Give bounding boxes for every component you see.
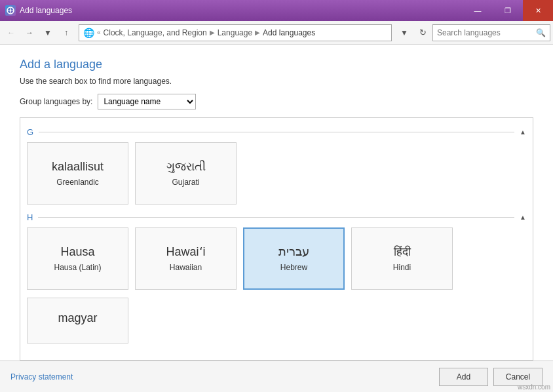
section-line-h <box>38 217 514 218</box>
titlebar: Add languages — ❐ ✕ <box>0 0 553 21</box>
lang-card-hungarian[interactable]: magyar <box>27 298 128 343</box>
dropdown-arrow-button[interactable]: ▼ <box>396 24 413 41</box>
breadcrumb-sep1: « <box>97 29 101 36</box>
breadcrumb-icon: 🌐 <box>83 28 94 38</box>
lang-native-hindi: हिंदी <box>394 245 411 260</box>
section-letter-g: G <box>27 127 33 137</box>
page-title: Add a language <box>20 58 533 71</box>
lang-list-inner: G ▲ kalaallisut Greenlandic ગુજરાતી Guja… <box>20 118 533 343</box>
lang-native-hausa: Hausa <box>60 245 94 260</box>
privacy-link[interactable]: Privacy statement <box>10 372 73 382</box>
lang-native-hawaiian: Hawaiʻi <box>166 245 205 260</box>
lang-name-hindi: Hindi <box>393 263 411 272</box>
section-line-g <box>39 132 514 132</box>
dropdown-button[interactable]: ▼ <box>39 24 56 41</box>
lang-card-hausa[interactable]: Hausa Hausa (Latin) <box>27 227 128 290</box>
minimize-button[interactable]: — <box>463 0 493 21</box>
lang-card-greenlandic[interactable]: kalaallisut Greenlandic <box>27 142 128 205</box>
up-button[interactable]: ↑ <box>58 24 75 41</box>
lang-native-gujarati: ગુજરાતી <box>166 160 206 174</box>
lang-name-hausa: Hausa (Latin) <box>54 263 101 272</box>
section-h2-grid: magyar <box>27 298 526 343</box>
window-title: Add languages <box>20 6 72 15</box>
section-letter-h: H <box>27 212 33 222</box>
app-icon <box>5 5 16 16</box>
search-icon[interactable]: 🔍 <box>536 28 546 37</box>
breadcrumb-part-1[interactable]: Clock, Language, and Region <box>104 28 207 37</box>
section-collapse-g[interactable]: ▲ <box>520 128 526 136</box>
titlebar-left: Add languages <box>5 5 72 16</box>
refresh-button[interactable]: ↻ <box>414 24 431 41</box>
lang-card-gujarati[interactable]: ગુજરાતી Gujarati <box>135 142 237 205</box>
lang-native-hebrew: עברית <box>278 245 309 260</box>
search-box: 🔍 <box>432 24 550 41</box>
back-button[interactable]: ← <box>3 24 20 41</box>
lang-native-greenlandic: kalaallisut <box>52 160 104 174</box>
breadcrumb: 🌐 « Clock, Language, and Region ▶ Langua… <box>79 24 392 41</box>
language-list: G ▲ kalaallisut Greenlandic ગુજરાતી Guja… <box>20 117 533 361</box>
subtitle: Use the search box to find more language… <box>20 77 533 86</box>
lang-native-hungarian: magyar <box>58 311 97 326</box>
lang-name-hebrew: Hebrew <box>280 263 307 272</box>
add-button[interactable]: Add <box>439 368 488 386</box>
close-button[interactable]: ✕ <box>523 0 553 21</box>
breadcrumb-sep2: ▶ <box>210 29 215 36</box>
group-label: Group languages by: <box>20 97 92 106</box>
section-h-grid: Hausa Hausa (Latin) Hawaiʻi Hawaiian עבר… <box>27 227 526 290</box>
section-collapse-h[interactable]: ▲ <box>520 214 526 221</box>
group-select[interactable]: Language name Script Region <box>98 94 196 109</box>
section-g-grid: kalaallisut Greenlandic ગુજરાતી Gujarati <box>27 142 526 205</box>
search-input[interactable] <box>437 28 533 37</box>
titlebar-controls: — ❐ ✕ <box>463 0 553 21</box>
breadcrumb-part-3[interactable]: Add languages <box>263 28 315 37</box>
breadcrumb-part-2[interactable]: Language <box>218 28 252 37</box>
forward-button[interactable]: → <box>21 24 38 41</box>
lang-name-hawaiian: Hawaiian <box>170 263 202 272</box>
section-header-g: G ▲ <box>27 127 526 137</box>
lang-card-hawaiian[interactable]: Hawaiʻi Hawaiian <box>135 227 237 290</box>
group-row: Group languages by: Language name Script… <box>20 94 533 109</box>
lang-name-gujarati: Gujarati <box>172 178 199 187</box>
lang-name-greenlandic: Greenlandic <box>56 178 99 187</box>
addressbar: ← → ▼ ↑ 🌐 « Clock, Language, and Region … <box>0 21 553 45</box>
main-content: Add a language Use the search box to fin… <box>0 45 553 361</box>
section-header-h: H ▲ <box>27 212 526 222</box>
lang-card-hebrew[interactable]: עברית Hebrew <box>243 227 345 290</box>
bottom-bar: Privacy statement Add Cancel <box>0 361 553 392</box>
breadcrumb-sep3: ▶ <box>255 29 260 36</box>
maximize-button[interactable]: ❐ <box>493 0 523 21</box>
watermark: wsxdn.com <box>518 383 550 391</box>
lang-card-hindi[interactable]: हिंदी Hindi <box>351 227 453 290</box>
